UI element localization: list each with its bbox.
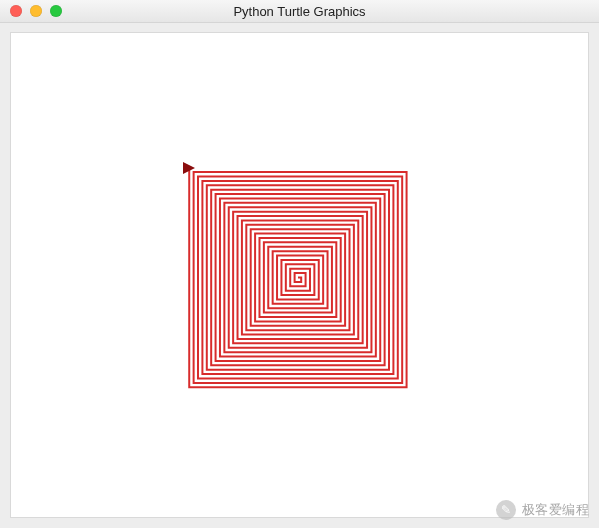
close-icon[interactable] [10,5,22,17]
spiral-drawing [11,33,588,517]
spiral-path [189,168,406,388]
zoom-icon[interactable] [50,5,62,17]
turtle-cursor-icon [183,162,195,174]
traffic-lights [10,5,62,17]
minimize-icon[interactable] [30,5,42,17]
canvas-frame [10,32,589,518]
window-title: Python Turtle Graphics [0,4,599,19]
titlebar[interactable]: Python Turtle Graphics [0,0,599,23]
watermark-icon: ✎ [496,500,516,520]
watermark-label: 极客爱编程 [522,501,590,519]
watermark: ✎ 极客爱编程 [496,500,590,520]
canvas [11,33,588,517]
app-window: Python Turtle Graphics ✎ 极客爱编程 [0,0,599,528]
